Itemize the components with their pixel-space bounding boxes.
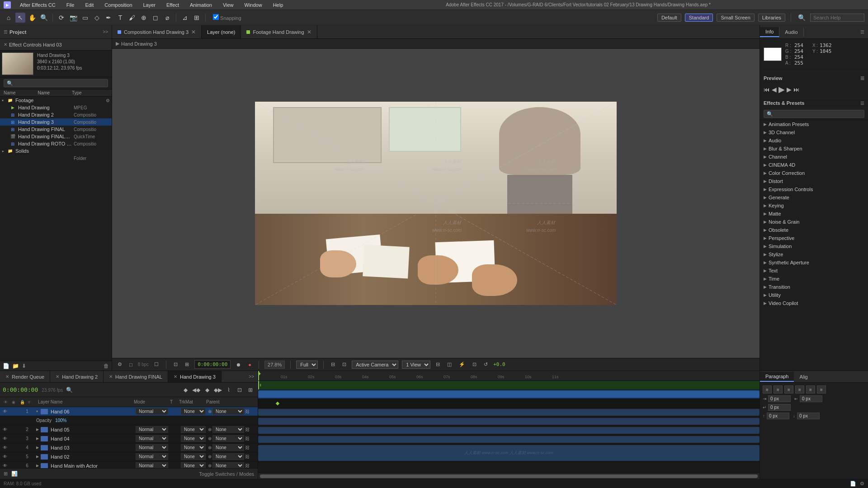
- tab-close-comp[interactable]: ✕: [191, 29, 196, 35]
- char-tab-paragraph[interactable]: Paragraph: [760, 372, 794, 382]
- layer-row-2[interactable]: 👁 2 ▶ Hand 05 Normal None: [0, 425, 258, 434]
- status-new-item-btn[interactable]: 📄: [850, 481, 856, 487]
- layer-2-trik-select[interactable]: None: [181, 426, 206, 433]
- layer-2-solo[interactable]: [9, 427, 15, 433]
- rect-tool[interactable]: ▭: [80, 13, 90, 23]
- layer-6-chain[interactable]: ⛓: [245, 463, 250, 468]
- tl-tab-hdf-close[interactable]: ✕: [109, 374, 113, 379]
- viewer-quality-select[interactable]: Full: [296, 361, 318, 369]
- folder-settings-footage[interactable]: ⚙: [106, 98, 110, 103]
- layer-2-parent-icon[interactable]: ⊕: [208, 427, 212, 432]
- layer-1-parent-select[interactable]: None: [212, 408, 244, 415]
- new-folder-btn[interactable]: 📁: [12, 363, 19, 369]
- effect-keying[interactable]: ▶Keying: [760, 202, 868, 210]
- menu-effect[interactable]: Effect: [165, 1, 181, 9]
- layer-2-mode-select[interactable]: Normal: [136, 426, 168, 433]
- timeline-scrollbar[interactable]: [258, 473, 760, 479]
- layer-5-parent-icon[interactable]: ⊕: [208, 454, 212, 459]
- effect-synthetic-aperture[interactable]: ▶Synthetic Aperture: [760, 258, 868, 267]
- layer-3-trik-select[interactable]: None: [181, 435, 206, 442]
- preview-last-btn[interactable]: ⏭: [793, 86, 800, 93]
- indent-right-input[interactable]: [800, 395, 822, 402]
- tl-tab-hd-final[interactable]: ✕ Hand Drawing FINAL: [104, 371, 168, 382]
- viewer-snap-btn[interactable]: ⊡: [172, 361, 179, 368]
- effect-3d-channel[interactable]: ▶3D Channel: [760, 128, 868, 136]
- viewer-snap2-btn[interactable]: ⊡: [471, 361, 478, 368]
- clone-tool[interactable]: ⊕: [139, 13, 149, 23]
- tl-tab-hd2[interactable]: ✕ Hand Drawing 2: [50, 371, 104, 382]
- layer-4-chain[interactable]: ⛓: [245, 445, 250, 450]
- effect-time[interactable]: ▶Time: [760, 275, 868, 283]
- layer-6-parent-icon[interactable]: ⊕: [208, 463, 212, 468]
- layer-row-4[interactable]: 👁 4 ▶ Hand 03 Normal None: [0, 443, 258, 452]
- effect-video-copilot[interactable]: ▶Video Copilot: [760, 299, 868, 307]
- layer-1-parent-icon[interactable]: ⊕: [208, 409, 212, 414]
- layer-1-expand[interactable]: ▾: [36, 409, 41, 413]
- zoom-tool[interactable]: 🔍: [39, 13, 49, 23]
- viewer-camera-select[interactable]: Active Camera: [352, 361, 398, 369]
- effects-search-input[interactable]: [764, 110, 864, 118]
- layer-5-vis[interactable]: 👁: [2, 454, 8, 460]
- effect-stylize[interactable]: ▶Stylize: [760, 250, 868, 258]
- timeline-timecode[interactable]: 0:00:00:00: [3, 386, 38, 393]
- workspace-libraries[interactable]: Libraries: [758, 14, 785, 22]
- project-item-hd-roto[interactable]: ⊞ Hand Drawing ROTO Hand Compositio: [0, 140, 112, 147]
- layer-2-parent-select[interactable]: None: [212, 426, 244, 433]
- brush-tool[interactable]: 🖌: [127, 13, 137, 23]
- effect-expression-controls[interactable]: ▶Expression Controls: [760, 185, 868, 193]
- align-justify-btn[interactable]: ≡: [795, 385, 804, 394]
- tl-bottom-new-layer[interactable]: ⊞: [4, 471, 8, 477]
- effect-audio[interactable]: ▶Audio: [760, 136, 868, 145]
- lc-search-btn[interactable]: 🔍: [65, 385, 74, 394]
- lc-prev-kf-btn[interactable]: ◀◆: [192, 385, 201, 394]
- space-after-input[interactable]: [797, 413, 820, 419]
- roto-tool[interactable]: ⊿: [180, 13, 190, 23]
- indent-first-input[interactable]: [768, 404, 791, 411]
- viewer-fast-btn[interactable]: ⚡: [457, 361, 467, 368]
- hand-tool[interactable]: ✋: [27, 13, 37, 23]
- viewer-zoom[interactable]: 27.8%: [264, 361, 285, 369]
- folder-footage[interactable]: ▾ 📁 Footage ⚙: [0, 97, 112, 104]
- layer-3-vis[interactable]: 👁: [2, 436, 8, 442]
- effect-text[interactable]: ▶Text: [760, 267, 868, 275]
- layer-6-parent-select[interactable]: None: [212, 462, 244, 468]
- tl-tab-hd3[interactable]: ✕ Hand Drawing 3: [168, 371, 222, 382]
- align-justify-all-btn[interactable]: ≡: [817, 385, 826, 394]
- layer-1-chain-icon[interactable]: ⛓: [245, 409, 250, 414]
- track-5[interactable]: [258, 435, 760, 444]
- align-left-btn[interactable]: ≡: [763, 385, 772, 394]
- viewer-reset-btn[interactable]: ↺: [482, 361, 490, 368]
- camera-tool[interactable]: 📷: [68, 13, 78, 23]
- workspace-default[interactable]: Default: [657, 14, 681, 22]
- layer-1-vis[interactable]: 👁: [2, 408, 8, 415]
- align-right-btn[interactable]: ≡: [784, 385, 793, 394]
- effect-transition[interactable]: ▶Transition: [760, 283, 868, 291]
- tl-tab-hd2-close[interactable]: ✕: [56, 374, 59, 379]
- layer-1-lock[interactable]: [16, 408, 23, 415]
- effect-matte[interactable]: ▶Matte: [760, 210, 868, 218]
- layer-5-solo[interactable]: [9, 454, 15, 460]
- home-tool[interactable]: ⌂: [4, 13, 14, 23]
- track-tool[interactable]: ⊞: [192, 13, 202, 23]
- viewer-stereo-btn[interactable]: ◫: [445, 361, 453, 368]
- preview-play-btn[interactable]: ▶: [778, 84, 785, 94]
- menu-window[interactable]: Window: [243, 1, 264, 9]
- layer-row-3[interactable]: 👁 3 ▶ Hand 04 Normal None: [0, 434, 258, 443]
- track-6[interactable]: 人人素材 www.rr-sc.com 人人素材 www.rr-sc.com: [258, 444, 760, 462]
- tab-close-footage[interactable]: ✕: [307, 29, 311, 35]
- scroll-thumb[interactable]: [260, 474, 758, 478]
- layer-3-expand[interactable]: ▶: [36, 436, 41, 441]
- tab-footage[interactable]: Footage Hand Drawing ✕: [241, 25, 317, 38]
- layer-4-parent-icon[interactable]: ⊕: [208, 445, 212, 450]
- import-btn[interactable]: ⬇: [22, 363, 26, 369]
- menu-aftereffects[interactable]: After Effects CC: [18, 1, 57, 9]
- effect-simulation[interactable]: ▶Simulation: [760, 242, 868, 250]
- layer-row-6[interactable]: 👁 6 ▶ Hand Main with Actor Normal None: [0, 461, 258, 468]
- layer-3-lock[interactable]: [16, 436, 23, 442]
- layer-1-trik-select[interactable]: None: [181, 408, 206, 415]
- project-item-hd3[interactable]: ⊞ Hand Drawing 3 Compositio: [0, 118, 112, 126]
- panel-menu-icon[interactable]: ☰: [4, 29, 8, 34]
- lc-keyframe-btn[interactable]: ◆: [181, 385, 190, 394]
- layer-2-chain[interactable]: ⛓: [245, 427, 250, 432]
- layer-6-solo[interactable]: [9, 463, 15, 469]
